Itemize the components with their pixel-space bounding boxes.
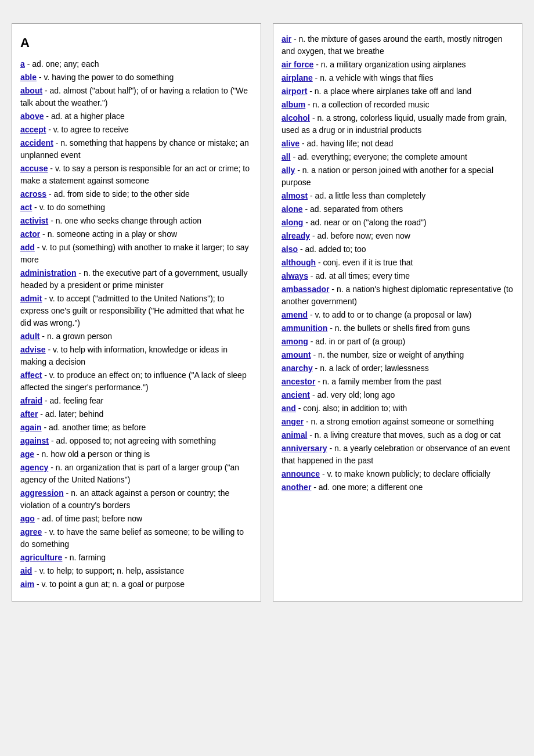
definition-text: - ad. in or part of (a group) [308,337,405,346]
word-link[interactable]: album [282,100,305,109]
definition-text: - v. to help with information, knowledge… [20,345,228,366]
word-link[interactable]: again [20,423,42,432]
word-link[interactable]: alive [282,139,300,148]
list-item: another - ad. one more; a different one [282,481,514,494]
word-link[interactable]: along [282,218,303,227]
word-link[interactable]: admit [20,294,42,303]
word-link[interactable]: agriculture [20,553,62,562]
word-link[interactable]: another [282,483,311,492]
list-item: ancient - ad. very old; long ago [282,389,514,401]
word-link[interactable]: announce [282,469,320,478]
word-link[interactable]: after [20,409,38,419]
word-link[interactable]: airport [282,87,307,96]
definition-text: - n. a military organization using airpl… [313,60,466,69]
word-link[interactable]: among [282,337,308,346]
word-link[interactable]: ambassador [282,285,329,294]
definition-text: - ad. from side to side; to the other si… [46,189,190,199]
word-link[interactable]: air [282,34,291,44]
list-item: accuse - v. to say a person is responsib… [20,163,252,187]
word-link[interactable]: amount [282,350,311,359]
definition-text: - ad. one more; a different one [311,483,423,492]
list-item: always - ad. at all times; every time [282,270,514,282]
list-item: afraid - ad. feeling fear [20,395,252,407]
word-link[interactable]: a [20,59,25,69]
word-link[interactable]: air force [282,60,313,69]
word-link[interactable]: age [20,449,34,459]
list-item: almost - ad. a little less than complete… [282,190,514,202]
definition-text: - n. something that happens by chance or… [20,138,249,160]
list-item: also - ad. added to; too [282,243,514,255]
word-link[interactable]: alone [282,204,303,214]
word-link[interactable]: against [20,436,49,445]
definition-text: - n. a collection of recorded music [305,100,429,109]
list-item: animal - n. a living creature that moves… [282,429,514,441]
word-link[interactable]: although [282,258,316,267]
definition-text: - v. to help; to support; n. help, assis… [32,566,184,575]
word-link[interactable]: and [282,404,296,413]
definition-text: - n. a place where airplanes take off an… [307,87,471,96]
list-item: aid - v. to help; to support; n. help, a… [20,565,252,577]
word-link[interactable]: already [282,231,310,240]
word-link[interactable]: add [20,243,35,252]
word-link[interactable]: ago [20,514,35,523]
definition-text: - ad. feeling fear [42,396,103,405]
word-link[interactable]: afraid [20,396,42,405]
word-link[interactable]: adult [20,332,39,341]
word-link[interactable]: airplane [282,73,313,82]
definition-text: - v. to add to or to change (a proposal … [308,310,471,319]
word-link[interactable]: ammunition [282,323,327,333]
word-link[interactable]: aim [20,579,34,589]
word-link[interactable]: act [20,203,32,212]
definition-text: - v. to point a gun at; n. a goal or pur… [34,579,185,589]
word-link[interactable]: accept [20,125,46,134]
word-link[interactable]: ancestor [282,377,315,386]
definition-text: - n. farming [62,553,106,562]
word-link[interactable]: anarchy [282,363,313,373]
word-link[interactable]: administration [20,268,76,278]
list-item: alive - ad. having life; not dead [282,138,514,150]
word-link[interactable]: alcohol [282,113,310,123]
list-item: among - ad. in or part of (a group) [282,336,514,348]
word-link[interactable]: accuse [20,164,48,173]
word-link[interactable]: anger [282,417,304,426]
word-link[interactable]: ally [282,165,295,175]
word-link[interactable]: almost [282,191,308,200]
definition-text: - ad. near or on ("along the road") [303,218,426,227]
word-link[interactable]: always [282,271,308,280]
page-container: A a - ad. one; any; eachable - v. having… [12,23,522,602]
word-link[interactable]: aggression [20,488,64,498]
list-item: although - conj. even if it is true that [282,257,514,269]
word-link[interactable]: ancient [282,390,310,399]
list-item: act - v. to do something [20,201,252,214]
list-item: ancestor - n. a family member from the p… [282,376,514,388]
definition-text: - v. to say a person is responsible for … [20,164,250,185]
word-link[interactable]: actor [20,229,40,239]
word-link[interactable]: able [20,73,37,82]
definition-text: - ad. at a higher place [44,111,124,121]
list-item: and - conj. also; in addition to; with [282,402,514,415]
list-item: again - ad. another time; as before [20,422,252,434]
word-link[interactable]: animal [282,430,307,440]
word-link[interactable]: accident [20,138,53,147]
list-item: adult - n. a grown person [20,330,252,343]
list-item: airplane - n. a vehicle with wings that … [282,72,514,84]
definition-text: - n. the bullets or shells fired from gu… [327,323,470,333]
word-link[interactable]: also [282,244,298,254]
word-link[interactable]: affect [20,370,42,380]
word-link[interactable]: agree [20,527,42,537]
word-link[interactable]: aid [20,566,32,575]
word-link[interactable]: amend [282,310,308,319]
word-link[interactable]: anniversary [282,444,327,453]
word-link[interactable]: across [20,189,46,199]
list-item: accept - v. to agree to receive [20,124,252,136]
list-item: along - ad. near or on ("along the road"… [282,217,514,229]
word-link[interactable]: all [282,152,291,161]
definition-text: - v. to have the same belief as someone;… [20,527,244,549]
word-link[interactable]: advise [20,345,46,354]
word-link[interactable]: agency [20,463,48,472]
word-link[interactable]: about [20,86,42,95]
list-item: after - ad. later; behind [20,408,252,420]
word-link[interactable]: activist [20,216,48,225]
word-link[interactable]: above [20,111,44,121]
definition-text: - n. one who seeks change through action [48,216,201,225]
